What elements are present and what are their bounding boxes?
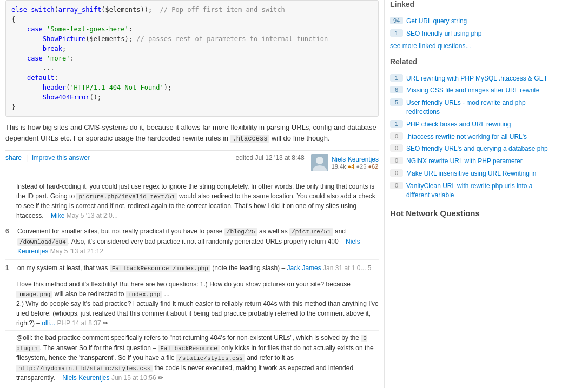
add-comment[interactable]: add a comment [5,385,379,388]
related-section: Related 1 URL rewriting with PHP MySQL .… [390,57,557,202]
score-badge: 5 [390,98,403,106]
related-question-link[interactable]: NGINX rewrite URL with PHP parameter [406,157,523,166]
code-picture: /picture/51 [289,228,333,236]
item-author[interactable]: Jack James [287,264,321,272]
comment-date: PHP 14 at 8:37 [57,319,101,327]
item-num: 1 [5,263,13,273]
hot-network-title: Hot Network Questions [390,209,557,218]
main-content: else switch(array_shift($elements)); // … [0,0,384,388]
item-date: Jan 31 at 1 0... [323,264,366,272]
related-item-2: 6 Missing CSS file and images after URL … [390,84,557,97]
related-title: Related [390,57,557,68]
score-badge: 0 [390,132,403,140]
function-text: function [296,35,328,43]
code-download: /download/684 [17,238,68,246]
related-item-7: 0 NGINX rewrite URL with PHP parameter [390,155,557,168]
full-url: http://mydomain.tld/static/styles.css [16,365,153,372]
gold-badge: ●4 [348,163,355,170]
svg-point-1 [316,157,323,164]
comment-date: May 5 '13 at 2:0... [67,212,118,219]
related-item-4: 1 PHP check boxes and URL rewriting [390,118,557,131]
linked-item-1: 94 Get URL query string [390,15,557,28]
score-badge: 0 [390,182,403,189]
item-text: Convenient for smaller sites, but not re… [17,226,379,256]
score-badge: 0 [390,144,403,152]
item-num: 6 [5,226,13,256]
comment-author[interactable]: olli... [42,319,55,327]
score-badge: 94 [390,17,403,24]
comment-code: image.png [16,291,52,298]
edit-icon[interactable]: ✏ [103,319,108,327]
related-item-3: 5 User friendly URLs - mod rewrite and p… [390,97,557,118]
item-text: on my system at least, that was Fallback… [17,263,372,273]
sub-comment-1: I love this method and it's flexibility!… [5,277,379,331]
user-card: Niels Keurentjes 19.4k ●4 ●25 ●62 [311,154,379,171]
related-question-link[interactable]: .htaccess rewrite not working for all UR… [406,132,527,142]
related-item-6: 0 SEO friendly URL's and querying a data… [390,143,557,155]
related-item-9: 0 VanityClean URL with rewrite php urls … [390,180,557,202]
edit-icon[interactable]: ✏ [158,374,163,382]
answer-meta: share | improve this answer edited Jul 1… [5,150,379,175]
related-question-link[interactable]: User friendly URLs - mod rewrite and php… [406,98,557,117]
user-rep: 19.4k ●4 ●25 ●62 [332,163,379,170]
comment-author[interactable]: Niels Keurentjes [62,374,109,382]
numbered-item-1: 1 on my system at least, that was Fallba… [5,259,379,277]
score-badge: 1 [390,120,403,128]
answer-text: This is how big sites and CMS-systems do… [5,122,379,144]
bronze-badge: ●62 [368,163,378,170]
numbered-item-6: 6 Convenient for smaller sites, but not … [5,223,379,259]
code-fallback: FallbackResource /index.php [110,265,210,272]
comment-author[interactable]: Mike [51,212,64,219]
related-item-5: 0 .htaccess rewrite not working for all … [390,131,557,143]
edit-info: edited Jul 12 '13 at 8:48 [236,154,305,162]
comment-1: Instead of hard-coding it, you could jus… [5,179,379,223]
css-path: /static/styles.css [176,354,245,362]
share-link[interactable]: share [5,154,22,162]
related-item-1: 1 URL rewriting with PHP MySQL .htaccess… [390,72,557,85]
linked-item-2: 1 SEO friendly url using php [390,28,557,40]
comment-code2: index.php [126,291,162,298]
username[interactable]: Niels Keurentjes [332,156,379,163]
sidebar: Linked 94 Get URL query string 1 SEO fri… [384,0,563,388]
linked-question-link[interactable]: SEO friendly url using php [406,29,481,38]
related-question-link[interactable]: SEO friendly URL's and querying a databa… [406,144,548,153]
related-question-link[interactable]: VanityClean URL with rewrite php urls in… [406,182,557,200]
score-badge: 0 [390,157,403,164]
linked-section: Linked 94 Get URL query string 1 SEO fri… [390,0,557,50]
score-badge: 1 [390,29,403,37]
comment-date: Jun 15 at 10:56 [111,374,156,382]
related-question-link[interactable]: Missing CSS file and images after URL re… [406,86,539,95]
internal-text: internal [261,35,293,43]
related-question-link[interactable]: PHP check boxes and URL rewriting [406,120,511,129]
separator: | [26,154,28,162]
see-more-link[interactable]: see more linked questions... [390,42,557,50]
answer-actions: share | improve this answer [5,154,90,162]
user-info: Niels Keurentjes 19.4k ●4 ●25 ●62 [332,156,379,170]
fallback-code: FallbackResource [158,345,220,352]
improve-link[interactable]: improve this answer [32,154,90,162]
sub-comment-2: @olli: the bad practice comment specific… [5,330,379,385]
item-date: May 5 '13 at 21:12 [50,247,103,255]
related-question-link[interactable]: URL rewriting with PHP MySQL .htaccess &… [406,74,547,83]
code-blog: /blog/25 [224,228,257,236]
score-badge: 6 [390,86,403,93]
comment-code: picture.php/invalid-text/51 [76,193,177,200]
htaccess-code: .htaccess [230,135,270,143]
code-block: else switch(array_shift($elements)); // … [5,0,379,117]
related-question-link[interactable]: Make URL insensitive using URL Rewriting… [406,169,537,178]
score-badge: 1 [390,74,403,82]
answer-text2: will do fine though. [269,134,329,142]
related-item-8: 0 Make URL insensitive using URL Rewriti… [390,168,557,180]
silver-badge: ●25 [356,163,366,170]
linked-title: Linked [390,0,557,11]
avatar [311,154,328,171]
score-badge: 0 [390,169,403,177]
linked-question-link[interactable]: Get URL query string [406,17,467,26]
